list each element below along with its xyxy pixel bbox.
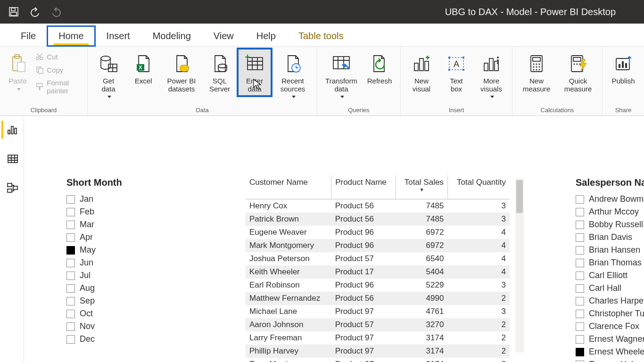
paste-button[interactable]: Paste [5, 49, 31, 95]
refresh-button[interactable]: Refresh [363, 49, 396, 87]
tab-modeling[interactable]: Modeling [141, 26, 202, 46]
undo-icon[interactable] [29, 7, 41, 17]
tab-insert[interactable]: Insert [95, 26, 141, 46]
checkbox-icon[interactable] [576, 208, 584, 216]
checkbox-icon[interactable] [576, 361, 584, 362]
checkbox-icon[interactable] [66, 233, 75, 242]
checkbox-icon[interactable] [576, 221, 584, 229]
table-row[interactable]: Phillip HarveyProduct 9731742 [246, 345, 510, 358]
checkbox-icon[interactable] [66, 208, 75, 216]
slicer-item[interactable]: Charles Harper [576, 295, 644, 307]
slicer-item[interactable]: Dec [66, 333, 161, 346]
slicer-item[interactable]: Mar [66, 218, 161, 231]
format-painter-button[interactable]: Format painter [33, 78, 83, 96]
data-view-button[interactable] [1, 150, 22, 168]
slicer-item[interactable]: Ernest Wagner [576, 333, 644, 346]
cut-button[interactable]: Cut [33, 51, 83, 62]
slicer-item[interactable]: Bobby Russell [576, 218, 644, 231]
slicer-item[interactable]: Carl Elliott [576, 269, 644, 282]
slicer-salesperson[interactable]: Salesperson Nam Andrew BowmaArthur Mccoy… [576, 177, 644, 362]
text-box-button[interactable]: A Text box [440, 49, 472, 95]
slicer-item[interactable]: Jun [66, 256, 161, 269]
pbi-datasets-button[interactable]: Power BI datasets [162, 49, 201, 95]
table-row[interactable]: Aaron JohnsonProduct 5732702 [246, 318, 510, 331]
table-row[interactable]: Mark MontgomeryProduct 9669724 [246, 239, 510, 252]
slicer-item[interactable]: Arthur Mccoy [576, 206, 644, 218]
table-visual[interactable]: Customer NameProduct NameTotal SalesTota… [246, 175, 524, 362]
column-header[interactable]: Total Quantity [447, 175, 510, 199]
recent-sources-button[interactable]: Recent sources [273, 49, 312, 102]
table-row[interactable]: Larry FreemanProduct 9731742 [246, 331, 510, 345]
checkbox-icon[interactable] [576, 233, 584, 242]
tab-home[interactable]: Home [47, 26, 95, 46]
slicer-item[interactable]: Apr [66, 231, 161, 244]
slicer-item[interactable]: Brian Davis [576, 231, 644, 244]
checkbox-icon[interactable] [576, 259, 584, 267]
transform-data-button[interactable]: Transform data [322, 49, 361, 102]
checkbox-icon[interactable] [66, 272, 75, 280]
table-row[interactable]: Terry MorrisProduct 9731742 [246, 358, 510, 362]
checkbox-icon[interactable] [576, 195, 584, 204]
copy-button[interactable]: Copy [33, 65, 83, 75]
sql-server-button[interactable]: SQL Server [204, 49, 236, 95]
checkbox-icon[interactable] [66, 221, 75, 229]
checkbox-icon[interactable] [66, 310, 75, 318]
slicer-item[interactable]: Sep [66, 295, 161, 307]
enter-data-button[interactable]: Enter data [239, 49, 271, 95]
slicer-item[interactable]: Ernest Wheeler [576, 346, 644, 358]
save-icon[interactable] [8, 7, 19, 17]
slicer-item[interactable]: Christopher Tu [576, 307, 644, 320]
checkbox-icon[interactable] [66, 297, 75, 305]
slicer-short-month[interactable]: Short Month JanFebMarAprMayJunJulAugSepO… [66, 177, 161, 346]
report-canvas[interactable]: Short Month JanFebMarAprMayJunJulAugSepO… [24, 116, 644, 362]
slicer-item[interactable]: Aug [66, 282, 161, 295]
checkbox-icon[interactable] [66, 335, 75, 344]
table-row[interactable]: Matthew FernandezProduct 5649902 [246, 292, 510, 305]
tab-file[interactable]: File [9, 26, 47, 46]
excel-button[interactable]: X Excel [127, 49, 159, 87]
checkbox-icon[interactable] [576, 335, 584, 344]
checkbox-icon[interactable] [576, 272, 584, 280]
slicer-item[interactable]: Andrew Bowma [576, 193, 644, 206]
slicer-item[interactable]: Eugene Holme [576, 358, 644, 362]
new-visual-button[interactable]: New visual [405, 49, 438, 95]
slicer-item[interactable]: Clarence Fox [576, 320, 644, 333]
column-header[interactable]: Customer Name [246, 175, 331, 199]
table-row[interactable]: Earl RobinsonProduct 9652293 [246, 279, 510, 292]
table-row[interactable]: Patrick BrownProduct 5674853 [246, 213, 510, 226]
checkbox-icon[interactable] [576, 246, 584, 255]
table-row[interactable]: Michael LaneProduct 9747613 [246, 305, 510, 318]
slicer-item[interactable]: Feb [66, 206, 161, 218]
table-row[interactable]: Henry CoxProduct 5674853 [246, 199, 510, 213]
quick-measure-button[interactable]: Quick measure [559, 49, 597, 95]
table-row[interactable]: Joshua PetersonProduct 5765404 [246, 252, 510, 265]
model-view-button[interactable] [1, 179, 22, 197]
tab-help[interactable]: Help [245, 26, 287, 46]
checkbox-icon[interactable] [66, 284, 75, 293]
column-header[interactable]: Total Sales [396, 175, 447, 199]
table-row[interactable]: Eugene WeaverProduct 9669724 [246, 226, 510, 239]
checkbox-icon[interactable] [576, 348, 584, 356]
more-visuals-button[interactable]: More visuals [475, 49, 507, 102]
slicer-item[interactable]: Jan [66, 193, 161, 206]
new-measure-button[interactable]: New measure [517, 49, 556, 95]
publish-button[interactable]: Publish [607, 49, 639, 87]
checkbox-icon[interactable] [66, 195, 75, 204]
column-header[interactable]: Product Name [331, 175, 396, 199]
checkbox-icon[interactable] [576, 322, 584, 331]
checkbox-icon[interactable] [576, 297, 584, 305]
slicer-item[interactable]: Nov [66, 320, 161, 333]
checkbox-icon[interactable] [576, 310, 584, 318]
slicer-item[interactable]: Carl Hall [576, 282, 644, 295]
slicer-item[interactable]: Brian Hansen [576, 244, 644, 256]
slicer-item[interactable]: Brian Thomas [576, 256, 644, 269]
slicer-item[interactable]: Jul [66, 269, 161, 282]
checkbox-icon[interactable] [66, 246, 75, 255]
checkbox-icon[interactable] [66, 259, 75, 267]
report-view-button[interactable] [1, 121, 22, 139]
tab-table-tools[interactable]: Table tools [287, 26, 355, 46]
table-scrollbar[interactable] [515, 178, 524, 353]
checkbox-icon[interactable] [66, 322, 75, 331]
checkbox-icon[interactable] [576, 284, 584, 293]
table-row[interactable]: Keith WheelerProduct 1754044 [246, 265, 510, 279]
